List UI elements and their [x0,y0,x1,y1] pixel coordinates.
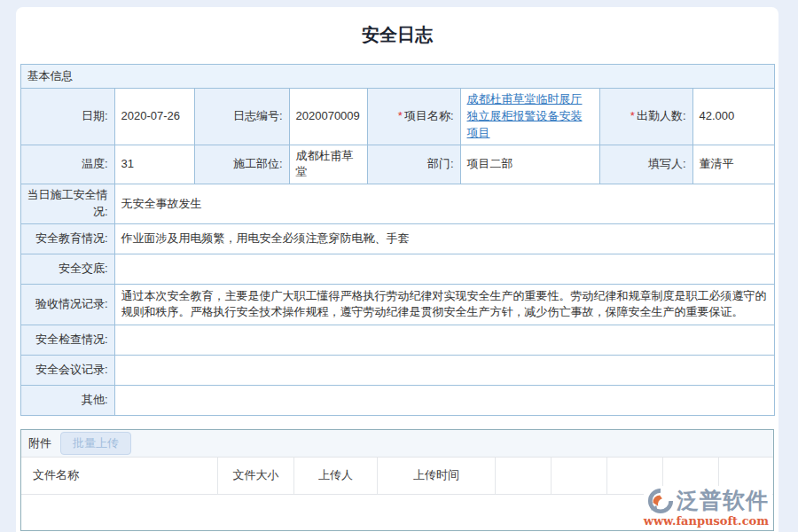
column-header-empty [552,458,607,494]
table-row: 验收情况记录: 通过本次安全教育，主要是使广大职工懂得严格执行劳动纪律对实现安全… [20,284,774,325]
temperature-value: 31 [114,145,194,184]
column-header-empty [496,458,552,494]
table-row: 安全检查情况: [20,325,774,355]
today-safety-value: 无安全事故发生 [114,184,774,224]
fanpu-logo-icon [647,488,674,514]
attachments-label: 附件 [28,435,51,451]
today-safety-label: 当日施工安全情况: [20,184,114,224]
construction-part-value: 成都杜甫草堂 [289,145,367,184]
safety-education-value: 作业面涉及用电频繁，用电安全必须注意穿防电靴、手套 [114,223,774,254]
table-row: 安全教育情况: 作业面涉及用电频繁，用电安全必须注意穿防电靴、手套 [20,223,774,254]
attachments-toolbar: 附件 批量上传 [21,430,773,457]
table-row: 其他: [20,385,774,415]
other-label: 其他: [20,385,114,415]
table-row: 当日施工安全情况: 无安全事故发生 [20,184,774,224]
column-header-upload-time: 上传时间 [378,458,496,494]
required-asterisk: * [398,109,403,122]
safety-disclosure-label: 安全交底: [20,254,114,284]
other-value [114,385,774,415]
table-row: 安全交底: [20,254,774,284]
project-link[interactable]: 成都杜甫草堂临时展厅独立展柜报警设备安装项目 [467,92,583,139]
table-row: 日期: 2020-07-26 日志编号: 2020070009 *项目名称: 成… [20,89,774,145]
section-header-row: 基本信息 [20,65,774,89]
project-name-label: *项目名称: [367,89,460,145]
filler-label: 填写人: [599,145,692,184]
basic-info-table: 基本信息 日期: 2020-07-26 日志编号: 2020070009 *项目… [20,64,775,416]
batch-upload-button[interactable]: 批量上传 [60,432,131,455]
vendor-website: www.fanpusoft.com [644,515,769,527]
content-panel: 安全日志 基本信息 日期: 2020-07-26 日志编号: 202007000… [16,7,778,532]
date-label: 日期: [20,89,114,145]
safety-education-label: 安全教育情况: [20,223,114,254]
column-header-file-size: 文件大小 [218,458,294,494]
acceptance-record-value: 通过本次安全教育，主要是使广大职工懂得严格执行劳动纪律对实现安全生产的重要性。劳… [114,284,774,325]
date-value: 2020-07-26 [114,89,194,145]
attachments-section: 附件 批量上传 文件名称 文件大小 上传人 上传时间 泛普软件 www [20,429,774,531]
safety-inspection-value [114,325,774,355]
acceptance-record-label: 验收情况记录: [20,284,114,325]
department-label: 部门: [367,145,460,184]
department-value: 项目二部 [460,145,599,184]
filler-value: 董清平 [692,145,774,184]
safety-disclosure-value [114,254,774,284]
required-asterisk: * [630,109,635,122]
attendance-label: *出勤人数: [599,89,692,145]
page-title: 安全日志 [16,7,778,64]
safety-meeting-value [114,355,774,385]
vendor-logo: 泛普软件 www.fanpusoft.com [644,486,772,529]
safety-inspection-label: 安全检查情况: [20,325,114,355]
table-row: 安全会议记录: [20,355,774,385]
safety-meeting-label: 安全会议记录: [20,355,114,385]
vendor-logo-text: 泛普软件 [677,489,769,512]
attendance-value: 42.000 [692,89,774,145]
column-header-file-name: 文件名称 [21,458,218,494]
log-no-label: 日志编号: [194,89,289,145]
column-header-uploader: 上传人 [294,458,378,494]
construction-part-label: 施工部位: [194,145,289,184]
project-name-value: 成都杜甫草堂临时展厅独立展柜报警设备安装项目 [460,89,599,145]
table-row: 温度: 31 施工部位: 成都杜甫草堂 部门: 项目二部 填写人: 董清平 [20,145,774,184]
section-header-basic-info: 基本信息 [20,65,774,89]
temperature-label: 温度: [20,145,114,184]
log-no-value: 2020070009 [289,89,367,145]
